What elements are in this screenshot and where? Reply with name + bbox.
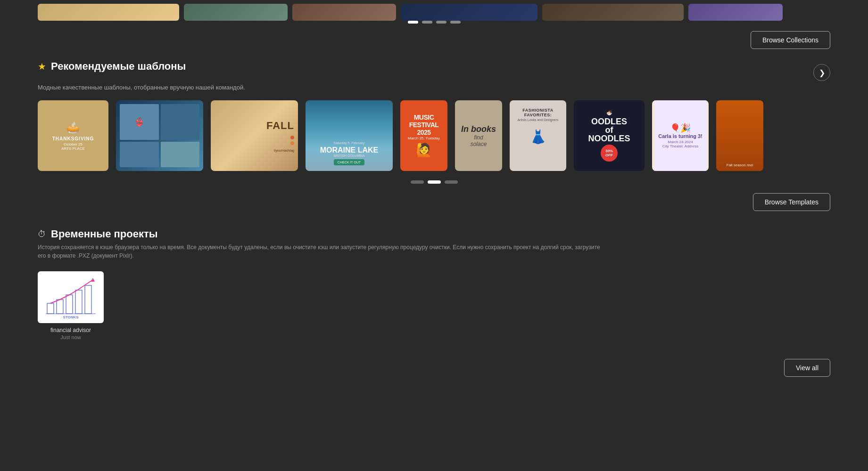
project-time-financial-advisor: Just now (60, 334, 81, 340)
clock-icon: ⏱ (38, 229, 46, 239)
project-name-financial-advisor: financial advisor (50, 327, 91, 333)
project-thumb-financial-advisor: STONKS (38, 271, 104, 323)
template-dot-3[interactable] (445, 180, 458, 184)
music-festival-date: March 25, Tuesday (408, 136, 440, 140)
template-card-moraine-lake[interactable]: Saturday 5, February MORAINE LAKE BRITIS… (306, 100, 393, 171)
temp-projects-section: ⏱ Временные проекты История сохраняется … (38, 228, 830, 340)
template-card-autumn[interactable]: Fall season reel (716, 100, 763, 171)
oodles-badge: 30% OFF (601, 145, 618, 162)
carousel-dot-4[interactable] (450, 21, 461, 24)
template-card-carla[interactable]: 🎈🎉 Carla is turning 3! March 24 2024City… (652, 100, 709, 171)
carla-title: Carla is turning 3! (658, 133, 703, 139)
featured-section-subtitle: Модные качественные шаблоны, отобранные … (38, 84, 830, 91)
template-dot-2[interactable] (428, 180, 441, 184)
featured-next-button[interactable]: ❯ (813, 64, 830, 81)
star-icon: ★ (38, 61, 46, 72)
music-festival-title: MUSIC FESTIVAL 2025 (406, 114, 442, 136)
svg-rect-2 (66, 295, 73, 314)
featured-section-title: Рекомендуемые шаблоны (51, 60, 186, 73)
thanksgiving-title: THANKSGIVING (52, 136, 94, 141)
template-dot-1[interactable] (411, 180, 424, 184)
carousel-dot-3[interactable] (436, 21, 446, 24)
carousel-dots (38, 21, 830, 24)
carousel-thumb-portrait[interactable] (688, 4, 783, 21)
carousel-dot-1[interactable] (408, 21, 418, 24)
stonks-chart-svg: STONKS (45, 276, 97, 318)
top-carousel (38, 0, 830, 21)
autumn-label: Fall season reel (727, 163, 753, 167)
browse-collections-button[interactable]: Browse Collections (751, 31, 830, 49)
moraine-subtitle: BRITISH COLUMBIA (333, 154, 364, 157)
template-card-thanksgiving[interactable]: 🥧 THANKSGIVING October 25ARTS PLACE (38, 100, 108, 171)
featured-section-header: ★ Рекомендуемые шаблоны ❯ (38, 60, 830, 81)
temp-section-subtitle: История сохраняется в кэше браузера толь… (38, 243, 603, 260)
svg-rect-3 (75, 290, 82, 314)
carousel-thumb-pottery[interactable] (542, 4, 684, 21)
carla-date: March 24 2024City Theater, Address (662, 140, 698, 148)
temp-section-title: Временные проекты (51, 228, 157, 240)
svg-rect-4 (85, 285, 91, 314)
template-grid: 🥧 THANKSGIVING October 25ARTS PLACE 👙 FA… (38, 100, 830, 171)
svg-rect-0 (47, 303, 54, 314)
thanksgiving-date: October 25ARTS PLACE (52, 142, 94, 151)
project-card-financial-advisor[interactable]: STONKS financial advisor Just now (38, 271, 104, 340)
books-sub-text: findsolace (471, 134, 487, 147)
template-card-music-festival[interactable]: MUSIC FESTIVAL 2025 March 25, Tuesday 🙋 (400, 100, 447, 171)
books-main-text: In books (461, 124, 496, 134)
moraine-btn: CHECK IT OUT (334, 159, 364, 165)
carousel-thumb-fitness[interactable] (184, 4, 288, 21)
moraine-header: Saturday 5, February (334, 141, 365, 145)
template-card-books-solace[interactable]: In books findsolace (455, 100, 502, 171)
template-card-fall[interactable]: FALL #yourHashtag (211, 100, 298, 171)
svg-rect-1 (57, 300, 63, 314)
view-all-button[interactable]: View all (784, 359, 830, 377)
oodles-pre: 🍜 (606, 110, 612, 115)
projects-row: STONKS financial advisor Just now (38, 271, 830, 340)
carousel-thumb-coffee[interactable] (292, 4, 396, 21)
carla-balloons: 🎈🎉 (670, 123, 691, 133)
fashionista-title: FASHIONISTA FAVORITES: (517, 108, 559, 117)
carousel-dot-2[interactable] (422, 21, 432, 24)
oodles-title: OODLESofNOODLES (588, 117, 630, 143)
fashionista-sub: Artists Looks and Designers (517, 118, 558, 122)
moraine-title: MORAINE LAKE (320, 146, 379, 154)
svg-marker-5 (91, 278, 95, 282)
svg-text:STONKS: STONKS (63, 315, 79, 318)
carousel-thumb-tech[interactable] (401, 4, 537, 21)
music-festival-icon: 🙋 (416, 142, 432, 158)
browse-templates-button[interactable]: Browse Templates (753, 193, 830, 211)
thanksgiving-icon: 🥧 (52, 121, 94, 134)
template-card-oodles[interactable]: 🍜 OODLESofNOODLES 30% OFF (574, 100, 645, 171)
template-card-fashionista[interactable]: FASHIONISTA FAVORITES: Artists Looks and… (510, 100, 566, 171)
template-dots (38, 180, 830, 184)
carousel-thumb-food[interactable] (38, 4, 179, 21)
fashionista-icon: 👗 (530, 129, 546, 145)
template-card-photo-collage[interactable]: 👙 (116, 100, 203, 171)
